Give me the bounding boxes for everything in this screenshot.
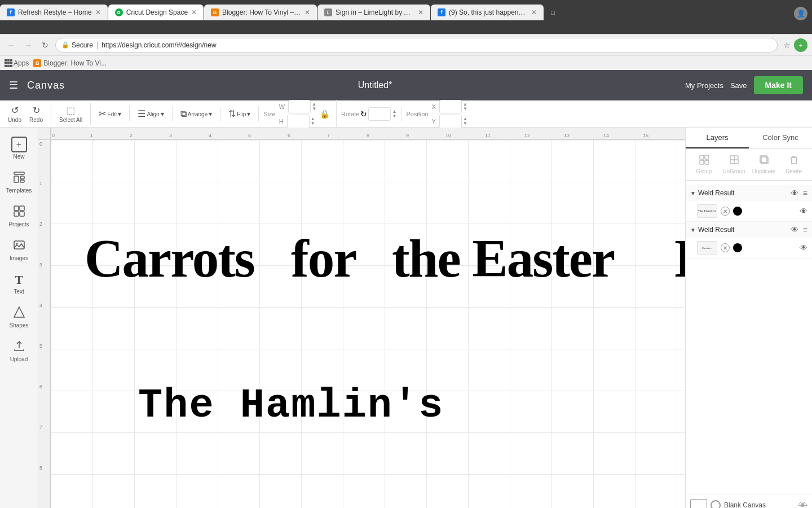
tab-close-5[interactable]: ✕ xyxy=(531,8,537,16)
apps-label: Apps xyxy=(14,59,29,67)
layer-item-eye-2[interactable]: 👁 xyxy=(800,243,807,252)
flip-icon: ⇅ xyxy=(228,108,236,119)
arrange-group: ⧉ Arrange ▾ xyxy=(177,107,221,121)
svg-rect-7 xyxy=(7,65,10,67)
undo-button[interactable]: ↺ Undo xyxy=(5,103,25,125)
browser-tab-5[interactable]: f (9) So, this just happened... ✕ xyxy=(431,5,544,20)
svg-rect-2 xyxy=(10,59,12,62)
lock-aspect-icon[interactable]: 🔒 xyxy=(320,110,329,119)
sidebar-item-upload[interactable]: Upload xyxy=(2,335,36,367)
layer-item-2[interactable]: Carrots... ✕ 👁 xyxy=(686,238,812,258)
browser-chrome: f Refresh Restyle – Home ✕ ✿ Cricut Desi… xyxy=(0,0,812,34)
browser-tab-2[interactable]: ✿ Cricut Design Space ✕ xyxy=(108,5,204,20)
layer-menu-2[interactable]: ≡ xyxy=(803,225,807,234)
blank-canvas-eye-icon[interactable]: 👁 xyxy=(798,500,807,508)
layer-x-icon-2: ✕ xyxy=(721,243,730,252)
y-input[interactable] xyxy=(439,115,462,128)
width-down-arrow[interactable]: ▼ xyxy=(312,107,316,111)
canvas-text-hamlins[interactable]: The Hamlin's xyxy=(138,383,444,429)
duplicate-label: Duplicate xyxy=(752,168,776,174)
layer-eye-2[interactable]: 👁 xyxy=(791,225,798,234)
layer-eye-1[interactable]: 👁 xyxy=(791,189,798,198)
layer-item-1[interactable]: The Hamlin's ✕ 👁 xyxy=(686,201,812,221)
vertical-ruler: 0 1 2 3 4 5 6 7 8 xyxy=(38,140,51,508)
svg-rect-0 xyxy=(5,59,7,62)
forward-button[interactable]: → xyxy=(21,38,35,52)
blogger-bookmark[interactable]: B Blogger: How To Vi... xyxy=(33,59,107,67)
select-all-icon: ⬚ xyxy=(67,105,75,116)
sidebar-item-projects[interactable]: Projects xyxy=(2,200,36,232)
hamburger-menu-icon[interactable]: ☰ xyxy=(9,79,18,91)
redo-button[interactable]: ↻ Redo xyxy=(26,103,46,125)
browser-tab-3[interactable]: B Blogger: How To Vinyl – All p... ✕ xyxy=(204,5,317,20)
svg-rect-14 xyxy=(20,206,24,211)
rotate-group: Rotate ↻ ▲ ▼ xyxy=(341,107,401,121)
canvas-area[interactable]: 0 1 2 3 4 5 6 7 8 9 10 11 12 13 14 15 xyxy=(38,128,685,508)
make-it-button[interactable]: Make It xyxy=(754,76,803,94)
apps-grid-button[interactable]: Apps xyxy=(5,59,29,67)
images-icon xyxy=(13,239,25,254)
y-arrows: ▲ ▼ xyxy=(463,117,467,126)
align-button[interactable]: ☰ Align ▾ xyxy=(134,106,167,121)
rotate-down-arrow[interactable]: ▼ xyxy=(392,114,396,119)
h-label: H xyxy=(277,118,286,125)
tab-title-3: Blogger: How To Vinyl – All p... xyxy=(222,8,301,16)
refresh-button[interactable]: ↻ xyxy=(38,38,52,52)
duplicate-button[interactable]: Duplicate xyxy=(749,152,779,177)
flip-label: Flip xyxy=(237,111,246,117)
ungroup-button[interactable]: UnGroup xyxy=(719,152,749,177)
layer-group-2: ▼ Weld Result 👁 ≡ Carrots... ✕ 👁 xyxy=(686,222,812,259)
x-input[interactable] xyxy=(439,100,462,113)
layers-content: ▼ Weld Result 👁 ≡ The Hamlin's ✕ 👁 xyxy=(686,181,812,494)
height-down-arrow[interactable]: ▼ xyxy=(311,121,315,126)
undo-redo-group: ↺ Undo ↻ Redo xyxy=(5,103,51,125)
browser-tab-4[interactable]: L Sign in – LimeLight by Alcone ✕ xyxy=(317,5,430,20)
arrange-button[interactable]: ⧉ Arrange ▾ xyxy=(177,107,216,121)
canvas-text-carrots[interactable]: Carrots for the Easter Bunny xyxy=(85,227,685,290)
delete-icon xyxy=(789,155,799,167)
browser-tab-1[interactable]: f Refresh Restyle – Home ✕ xyxy=(0,5,108,20)
canvas-scroll-area[interactable]: Carrots for the Easter Bunny The Hamlin'… xyxy=(51,140,685,508)
height-input[interactable] xyxy=(287,115,310,128)
edit-button[interactable]: ✂ Edit ▾ xyxy=(95,106,125,121)
save-button[interactable]: Save xyxy=(730,81,747,90)
flip-button[interactable]: ⇅ Flip ▾ xyxy=(225,106,254,121)
layer-item-eye-1[interactable]: 👁 xyxy=(800,207,807,216)
bookmark-star-icon[interactable]: ☆ xyxy=(783,41,791,50)
tab-color-sync[interactable]: Color Sync xyxy=(749,128,812,148)
group-button[interactable]: Group xyxy=(689,152,719,177)
left-sidebar: + New Templates Projects Images xyxy=(0,128,38,508)
tab-close-1[interactable]: ✕ xyxy=(95,8,101,16)
tab-close-2[interactable]: ✕ xyxy=(191,8,197,16)
flip-arrow-icon: ▾ xyxy=(247,110,250,118)
layer-menu-1[interactable]: ≡ xyxy=(803,189,807,198)
svg-rect-4 xyxy=(7,62,10,64)
sidebar-item-images[interactable]: Images xyxy=(2,234,36,266)
w-label: W xyxy=(277,103,287,110)
blank-canvas-checkbox[interactable] xyxy=(710,500,721,508)
tab-layers[interactable]: Layers xyxy=(686,128,749,148)
select-all-label: Select All xyxy=(59,117,82,123)
layer-group-header-2[interactable]: ▼ Weld Result 👁 ≡ xyxy=(686,222,812,238)
size-inputs: W ▲ ▼ H ▲ ▼ xyxy=(277,100,316,128)
new-tab-button[interactable]: □ xyxy=(544,5,562,20)
my-projects-button[interactable]: My Projects xyxy=(685,81,723,90)
profile-icon[interactable]: 👤 xyxy=(794,7,807,20)
sidebar-item-new[interactable]: + New xyxy=(2,132,36,164)
tab-close-3[interactable]: ✕ xyxy=(304,8,310,16)
address-bar[interactable]: 🔒 Secure | https://design.cricut.com/#/d… xyxy=(55,38,778,52)
back-button[interactable]: ← xyxy=(5,38,18,52)
sidebar-item-shapes[interactable]: Shapes xyxy=(2,301,36,333)
width-input[interactable] xyxy=(288,100,311,113)
y-down-arrow[interactable]: ▼ xyxy=(463,121,467,126)
sidebar-item-templates[interactable]: Templates xyxy=(2,167,36,198)
sidebar-item-text[interactable]: T Text xyxy=(2,268,36,299)
tab-close-4[interactable]: ✕ xyxy=(418,8,423,16)
x-down-arrow[interactable]: ▼ xyxy=(463,107,467,111)
rotate-input[interactable] xyxy=(368,107,391,121)
delete-button[interactable]: Delete xyxy=(779,152,809,177)
layer-group-header-1[interactable]: ▼ Weld Result 👁 ≡ xyxy=(686,185,812,201)
extension-button[interactable]: + xyxy=(794,38,807,52)
select-all-button[interactable]: ⬚ Select All xyxy=(56,103,86,125)
svg-point-18 xyxy=(16,243,17,245)
